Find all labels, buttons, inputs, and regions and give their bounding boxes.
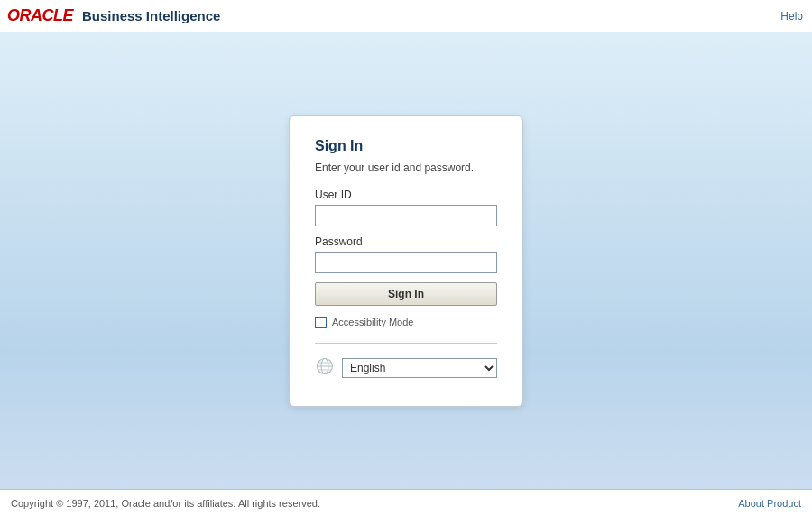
app-title: Business Intelligence [82,8,220,23]
header: ORACLE Business Intelligence Help [0,0,812,32]
page-wrapper: ORACLE Business Intelligence Help Sign I… [0,0,812,516]
signin-title: Sign In [315,138,497,154]
password-label: Password [315,235,497,248]
accessibility-label: Accessibility Mode [332,317,413,327]
copyright-text: Copyright © 1997, 2011, Oracle and/or it… [11,498,320,509]
accessibility-checkbox[interactable] [315,317,327,328]
globe-icon [315,356,335,381]
language-select[interactable]: English French German Spanish Japanese C… [342,358,497,378]
footer: Copyright © 1997, 2011, Oracle and/or it… [0,489,812,516]
help-link[interactable]: Help [780,10,803,23]
oracle-logo: ORACLE [7,6,73,25]
signin-subtitle: Enter your user id and password. [315,161,497,174]
divider [315,343,497,344]
header-left: ORACLE Business Intelligence [7,6,220,25]
signin-button[interactable]: Sign In [315,282,497,306]
user-id-label: User ID [315,189,497,201]
user-id-input[interactable] [315,205,497,226]
signin-card: Sign In Enter your user id and password.… [289,115,523,407]
password-input[interactable] [315,252,497,273]
main-content: Sign In Enter your user id and password.… [0,32,812,489]
accessibility-row: Accessibility Mode [315,317,497,328]
language-row: English French German Spanish Japanese C… [315,356,497,381]
about-product-link[interactable]: About Product [738,498,801,509]
